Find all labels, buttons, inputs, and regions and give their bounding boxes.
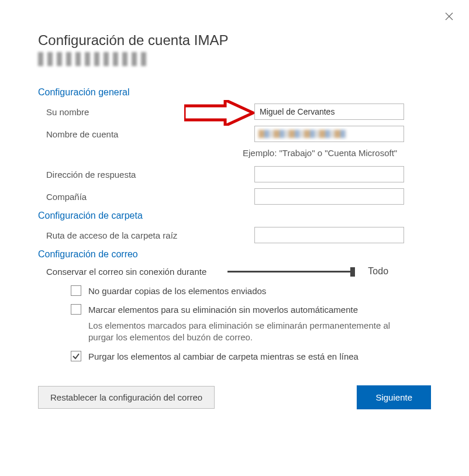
account-name-hint: Ejemplo: "Trabajo" o "Cuenta Microsoft" — [243, 148, 431, 158]
mark-delete-note: Los elementos marcados para eliminación … — [38, 320, 412, 344]
checkbox-no-save-sent-label: No guardar copias de los elementos envia… — [88, 285, 266, 297]
slider-track — [227, 271, 355, 273]
name-input[interactable] — [254, 104, 404, 120]
close-icon — [445, 12, 453, 20]
close-button[interactable] — [442, 9, 456, 23]
reply-address-label: Dirección de respuesta — [38, 170, 254, 180]
checkbox-purge-label: Purgar los elementos al cambiar de carpe… — [88, 351, 358, 363]
offline-value: Todo — [368, 266, 388, 277]
account-name-label: Nombre de cuenta — [38, 129, 254, 139]
reply-address-input[interactable] — [254, 166, 404, 182]
offline-label: Conservar el correo sin conexión durante — [46, 267, 206, 277]
name-label: Su nombre — [38, 107, 254, 117]
checkbox-purge[interactable] — [71, 351, 81, 361]
section-general-title: Configuración general — [38, 87, 431, 98]
checkbox-mark-delete[interactable] — [71, 304, 81, 315]
company-label: Compañía — [38, 192, 254, 202]
company-input[interactable] — [254, 188, 404, 205]
slider-thumb[interactable] — [350, 267, 355, 277]
account-email-redacted — [38, 52, 149, 66]
page-title: Configuración de cuenta IMAP — [38, 32, 431, 49]
next-button[interactable]: Siguiente — [357, 385, 431, 409]
root-path-input[interactable] — [254, 227, 404, 243]
account-name-input[interactable] — [254, 126, 404, 142]
root-path-label: Ruta de acceso de la carpeta raíz — [38, 230, 254, 240]
checkbox-no-save-sent[interactable] — [71, 285, 81, 296]
check-icon — [72, 352, 80, 360]
dialog-body: Configuración de cuenta IMAP Configuraci… — [0, 0, 469, 427]
section-folder-title: Configuración de carpeta — [38, 211, 431, 221]
checkbox-mark-delete-label: Marcar elementos para su eliminación sin… — [88, 304, 358, 316]
offline-slider[interactable] — [227, 265, 355, 277]
reset-mail-settings-button[interactable]: Restablecer la configuración del correo — [38, 386, 215, 409]
section-mail-title: Configuración de correo — [38, 249, 431, 260]
